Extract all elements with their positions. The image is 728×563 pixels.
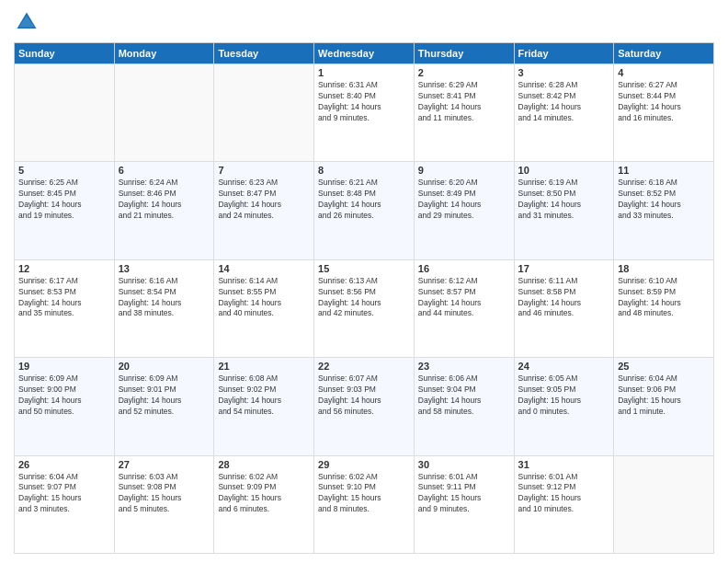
day-number: 19 [18, 361, 110, 372]
weekday-header-friday: Friday [514, 43, 614, 64]
weekday-header-monday: Monday [114, 43, 214, 64]
day-info: Sunrise: 6:20 AM Sunset: 8:49 PM Dayligh… [418, 178, 510, 222]
day-info: Sunrise: 6:03 AM Sunset: 9:08 PM Dayligh… [119, 472, 210, 516]
calendar-cell: 2Sunrise: 6:29 AM Sunset: 8:41 PM Daylig… [414, 64, 514, 162]
weekday-header-row: SundayMondayTuesdayWednesdayThursdayFrid… [15, 43, 714, 64]
calendar-cell: 5Sunrise: 6:25 AM Sunset: 8:45 PM Daylig… [15, 162, 115, 259]
day-number: 28 [218, 459, 310, 470]
calendar-cell: 23Sunrise: 6:06 AM Sunset: 9:04 PM Dayli… [414, 358, 514, 455]
day-number: 13 [119, 263, 210, 274]
calendar-cell: 12Sunrise: 6:17 AM Sunset: 8:53 PM Dayli… [15, 259, 115, 357]
weekday-header-sunday: Sunday [15, 43, 115, 64]
calendar-week-2: 5Sunrise: 6:25 AM Sunset: 8:45 PM Daylig… [15, 162, 714, 259]
calendar-cell: 1Sunrise: 6:31 AM Sunset: 8:40 PM Daylig… [314, 64, 415, 162]
calendar-cell [114, 64, 214, 162]
day-info: Sunrise: 6:23 AM Sunset: 8:47 PM Dayligh… [218, 178, 310, 222]
logo-icon [14, 9, 40, 35]
day-info: Sunrise: 6:11 AM Sunset: 8:58 PM Dayligh… [518, 276, 610, 320]
day-number: 14 [218, 263, 310, 274]
calendar-cell: 25Sunrise: 6:04 AM Sunset: 9:06 PM Dayli… [614, 358, 714, 455]
day-info: Sunrise: 6:04 AM Sunset: 9:07 PM Dayligh… [18, 472, 110, 516]
day-number: 12 [18, 263, 110, 274]
calendar-cell: 7Sunrise: 6:23 AM Sunset: 8:47 PM Daylig… [214, 162, 314, 259]
day-number: 3 [518, 67, 610, 78]
day-number: 18 [618, 263, 710, 274]
day-info: Sunrise: 6:18 AM Sunset: 8:52 PM Dayligh… [618, 178, 710, 222]
calendar-cell: 26Sunrise: 6:04 AM Sunset: 9:07 PM Dayli… [15, 455, 115, 553]
day-number: 10 [518, 165, 610, 176]
header [14, 9, 714, 35]
day-number: 31 [518, 459, 610, 470]
day-number: 7 [218, 165, 310, 176]
day-number: 16 [418, 263, 510, 274]
day-number: 8 [318, 165, 410, 176]
calendar-cell: 18Sunrise: 6:10 AM Sunset: 8:59 PM Dayli… [614, 259, 714, 357]
weekday-header-thursday: Thursday [414, 43, 514, 64]
day-number: 9 [418, 165, 510, 176]
day-number: 29 [318, 459, 410, 470]
day-info: Sunrise: 6:10 AM Sunset: 8:59 PM Dayligh… [618, 276, 710, 320]
day-number: 25 [618, 361, 710, 372]
calendar-cell: 27Sunrise: 6:03 AM Sunset: 9:08 PM Dayli… [114, 455, 214, 553]
calendar-cell: 28Sunrise: 6:02 AM Sunset: 9:09 PM Dayli… [214, 455, 314, 553]
calendar-week-5: 26Sunrise: 6:04 AM Sunset: 9:07 PM Dayli… [15, 455, 714, 553]
day-info: Sunrise: 6:05 AM Sunset: 9:05 PM Dayligh… [518, 373, 610, 418]
calendar-cell: 19Sunrise: 6:09 AM Sunset: 9:00 PM Dayli… [15, 358, 115, 455]
weekday-header-tuesday: Tuesday [214, 43, 314, 64]
day-info: Sunrise: 6:17 AM Sunset: 8:53 PM Dayligh… [18, 276, 110, 320]
day-info: Sunrise: 6:16 AM Sunset: 8:54 PM Dayligh… [119, 276, 210, 320]
day-info: Sunrise: 6:06 AM Sunset: 9:04 PM Dayligh… [418, 373, 510, 418]
day-number: 11 [618, 165, 710, 176]
calendar-cell: 13Sunrise: 6:16 AM Sunset: 8:54 PM Dayli… [114, 259, 214, 357]
day-number: 26 [18, 459, 110, 470]
day-info: Sunrise: 6:29 AM Sunset: 8:41 PM Dayligh… [418, 80, 510, 124]
calendar-cell [214, 64, 314, 162]
day-number: 5 [18, 165, 110, 176]
day-info: Sunrise: 6:28 AM Sunset: 8:42 PM Dayligh… [518, 80, 610, 124]
calendar-cell [614, 455, 714, 553]
day-number: 20 [119, 361, 210, 372]
calendar-cell: 17Sunrise: 6:11 AM Sunset: 8:58 PM Dayli… [514, 259, 614, 357]
day-number: 4 [618, 67, 710, 78]
calendar-cell: 24Sunrise: 6:05 AM Sunset: 9:05 PM Dayli… [514, 358, 614, 455]
logo [14, 9, 43, 35]
day-info: Sunrise: 6:01 AM Sunset: 9:11 PM Dayligh… [418, 472, 510, 516]
day-number: 1 [318, 67, 410, 78]
day-info: Sunrise: 6:27 AM Sunset: 8:44 PM Dayligh… [618, 80, 710, 124]
day-info: Sunrise: 6:07 AM Sunset: 9:03 PM Dayligh… [318, 373, 410, 418]
day-number: 21 [218, 361, 310, 372]
day-info: Sunrise: 6:25 AM Sunset: 8:45 PM Dayligh… [18, 178, 110, 222]
day-number: 24 [518, 361, 610, 372]
calendar-cell: 9Sunrise: 6:20 AM Sunset: 8:49 PM Daylig… [414, 162, 514, 259]
calendar-week-3: 12Sunrise: 6:17 AM Sunset: 8:53 PM Dayli… [15, 259, 714, 357]
day-info: Sunrise: 6:12 AM Sunset: 8:57 PM Dayligh… [418, 276, 510, 320]
weekday-header-wednesday: Wednesday [314, 43, 415, 64]
day-info: Sunrise: 6:08 AM Sunset: 9:02 PM Dayligh… [218, 373, 310, 418]
calendar-week-1: 1Sunrise: 6:31 AM Sunset: 8:40 PM Daylig… [15, 64, 714, 162]
day-info: Sunrise: 6:01 AM Sunset: 9:12 PM Dayligh… [518, 472, 610, 516]
calendar-cell [15, 64, 115, 162]
day-number: 30 [418, 459, 510, 470]
calendar-week-4: 19Sunrise: 6:09 AM Sunset: 9:00 PM Dayli… [15, 358, 714, 455]
calendar-cell: 21Sunrise: 6:08 AM Sunset: 9:02 PM Dayli… [214, 358, 314, 455]
calendar-cell: 10Sunrise: 6:19 AM Sunset: 8:50 PM Dayli… [514, 162, 614, 259]
day-info: Sunrise: 6:21 AM Sunset: 8:48 PM Dayligh… [318, 178, 410, 222]
day-number: 27 [119, 459, 210, 470]
calendar-cell: 20Sunrise: 6:09 AM Sunset: 9:01 PM Dayli… [114, 358, 214, 455]
day-info: Sunrise: 6:02 AM Sunset: 9:09 PM Dayligh… [218, 472, 310, 516]
calendar-cell: 6Sunrise: 6:24 AM Sunset: 8:46 PM Daylig… [114, 162, 214, 259]
weekday-header-saturday: Saturday [614, 43, 714, 64]
day-info: Sunrise: 6:04 AM Sunset: 9:06 PM Dayligh… [618, 373, 710, 418]
calendar-cell: 3Sunrise: 6:28 AM Sunset: 8:42 PM Daylig… [514, 64, 614, 162]
day-info: Sunrise: 6:13 AM Sunset: 8:56 PM Dayligh… [318, 276, 410, 320]
day-number: 23 [418, 361, 510, 372]
page: SundayMondayTuesdayWednesdayThursdayFrid… [0, 0, 728, 563]
day-info: Sunrise: 6:24 AM Sunset: 8:46 PM Dayligh… [119, 178, 210, 222]
day-number: 22 [318, 361, 410, 372]
day-number: 15 [318, 263, 410, 274]
day-info: Sunrise: 6:09 AM Sunset: 9:00 PM Dayligh… [18, 373, 110, 418]
calendar-cell: 8Sunrise: 6:21 AM Sunset: 8:48 PM Daylig… [314, 162, 415, 259]
calendar: SundayMondayTuesdayWednesdayThursdayFrid… [14, 42, 714, 554]
day-number: 6 [119, 165, 210, 176]
calendar-cell: 16Sunrise: 6:12 AM Sunset: 8:57 PM Dayli… [414, 259, 514, 357]
